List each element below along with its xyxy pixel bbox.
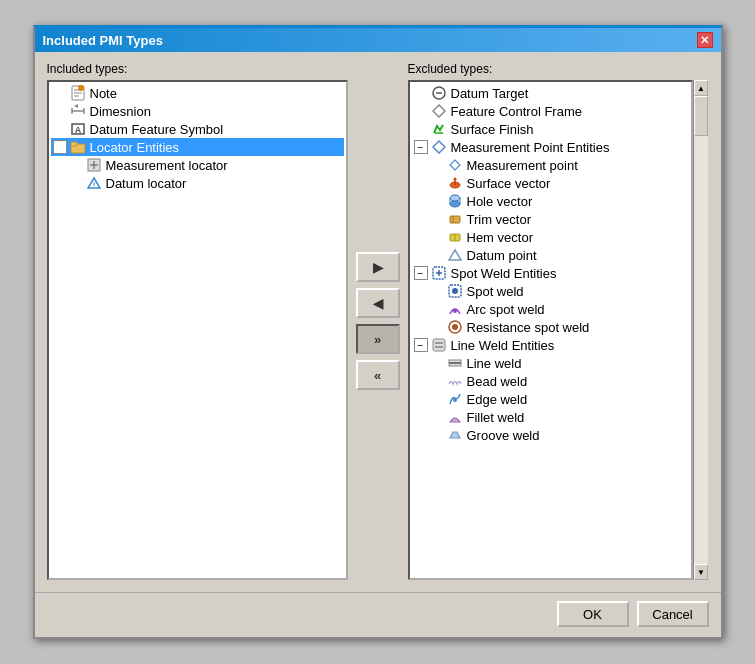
list-item[interactable]: Fillet weld <box>412 408 689 426</box>
measurement-point-entities-icon <box>430 139 448 155</box>
item-label: Datum locator <box>106 176 187 191</box>
measurement-point-icon <box>446 157 464 173</box>
bead-weld-icon <box>446 373 464 389</box>
item-label: Locator Entities <box>90 140 180 155</box>
svg-rect-42 <box>433 339 445 351</box>
move-left-icon: ◀ <box>373 296 383 311</box>
svg-point-38 <box>452 288 458 294</box>
scroll-thumb[interactable] <box>694 96 708 136</box>
move-left-button[interactable]: ◀ <box>356 288 400 318</box>
dialog-body: Included types: <box>35 52 721 592</box>
svg-point-39 <box>453 309 457 313</box>
list-item[interactable]: Datum point <box>412 246 689 264</box>
expand-button[interactable]: − <box>414 338 428 352</box>
surface-vector-icon <box>446 175 464 191</box>
list-item[interactable]: Datum Target <box>412 84 689 102</box>
close-button[interactable]: ✕ <box>697 32 713 48</box>
item-label: Line Weld Entities <box>451 338 555 353</box>
svg-marker-20 <box>433 141 445 153</box>
list-item[interactable]: Hem vector <box>412 228 689 246</box>
list-item[interactable]: − Line Weld Entities <box>412 336 689 354</box>
item-label: Spot Weld Entities <box>451 266 557 281</box>
list-item[interactable]: Spot weld <box>412 282 689 300</box>
item-label: Datum Target <box>451 86 529 101</box>
svg-point-4 <box>78 85 84 91</box>
list-item[interactable]: Surface vector <box>412 174 689 192</box>
move-right-button[interactable]: ▶ <box>356 252 400 282</box>
move-all-right-icon: » <box>374 332 381 347</box>
move-all-left-button[interactable]: « <box>356 360 400 390</box>
list-item[interactable]: Datum locator <box>51 174 344 192</box>
locator-entities-icon <box>69 139 87 155</box>
svg-point-41 <box>452 324 458 330</box>
ok-button[interactable]: OK <box>557 601 629 627</box>
scroll-down-button[interactable]: ▼ <box>694 564 708 580</box>
datum-feature-icon: A <box>69 121 87 137</box>
list-item[interactable]: − Spot Weld Entities <box>412 264 689 282</box>
list-item[interactable]: Edge weld <box>412 390 689 408</box>
included-tree[interactable]: Note Dimesnion <box>47 80 348 580</box>
dialog-title: Included PMI Types <box>43 33 163 48</box>
dimension-icon <box>69 103 87 119</box>
resistance-spot-weld-icon <box>446 319 464 335</box>
item-label: Dimesnion <box>90 104 151 119</box>
svg-point-26 <box>450 195 460 201</box>
item-label: Spot weld <box>467 284 524 299</box>
list-item[interactable]: Measurement locator <box>51 156 344 174</box>
line-weld-icon <box>446 355 464 371</box>
fillet-weld-icon <box>446 409 464 425</box>
list-item[interactable]: − Measurement Point Entities <box>412 138 689 156</box>
list-item[interactable]: Groove weld <box>412 426 689 444</box>
scrollbar[interactable]: ▲ ▼ <box>693 80 709 580</box>
svg-marker-19 <box>433 105 445 117</box>
edge-weld-icon <box>446 391 464 407</box>
list-item[interactable]: Surface Finish <box>412 120 689 138</box>
note-icon <box>69 85 87 101</box>
dialog-window: Included PMI Types ✕ Included types: <box>33 25 723 639</box>
included-label: Included types: <box>47 62 348 76</box>
list-item[interactable]: Arc spot weld <box>412 300 689 318</box>
title-bar: Included PMI Types ✕ <box>35 28 721 52</box>
list-item[interactable]: A Datum Feature Symbol <box>51 120 344 138</box>
hem-vector-icon <box>446 229 464 245</box>
item-label: Surface vector <box>467 176 551 191</box>
list-item[interactable]: Resistance spot weld <box>412 318 689 336</box>
list-item[interactable]: Note <box>51 84 344 102</box>
move-all-right-button[interactable]: » <box>356 324 400 354</box>
measurement-locator-icon <box>85 157 103 173</box>
expand-button[interactable]: − <box>53 140 67 154</box>
svg-marker-21 <box>450 160 460 170</box>
list-item[interactable]: − Locator Entities <box>51 138 344 156</box>
datum-point-icon <box>446 247 464 263</box>
item-label: Note <box>90 86 117 101</box>
list-item[interactable]: Hole vector <box>412 192 689 210</box>
move-all-left-icon: « <box>374 368 381 383</box>
list-item[interactable]: Measurement point <box>412 156 689 174</box>
list-item[interactable]: Trim vector <box>412 210 689 228</box>
arc-spot-weld-icon <box>446 301 464 317</box>
item-label: Hole vector <box>467 194 533 209</box>
included-panel: Included types: <box>47 62 348 580</box>
list-item[interactable]: Feature Control Frame <box>412 102 689 120</box>
item-label: Groove weld <box>467 428 540 443</box>
trim-vector-icon <box>446 211 464 227</box>
feature-control-icon <box>430 103 448 119</box>
list-item[interactable]: Line weld <box>412 354 689 372</box>
item-label: Line weld <box>467 356 522 371</box>
scroll-track[interactable] <box>694 96 708 564</box>
svg-marker-24 <box>453 177 457 180</box>
list-item[interactable]: Dimesnion <box>51 102 344 120</box>
excluded-tree[interactable]: Datum Target Feature Control Frame <box>408 80 693 580</box>
spot-weld-icon <box>446 283 464 299</box>
svg-rect-29 <box>450 216 460 223</box>
expand-button[interactable]: − <box>414 266 428 280</box>
svg-point-47 <box>453 398 457 402</box>
list-item[interactable]: Bead weld <box>412 372 689 390</box>
move-right-icon: ▶ <box>373 260 383 275</box>
svg-rect-11 <box>71 142 77 146</box>
cancel-button[interactable]: Cancel <box>637 601 709 627</box>
item-label: Feature Control Frame <box>451 104 583 119</box>
expand-button[interactable]: − <box>414 140 428 154</box>
scroll-up-button[interactable]: ▲ <box>694 80 708 96</box>
svg-marker-33 <box>449 250 461 260</box>
